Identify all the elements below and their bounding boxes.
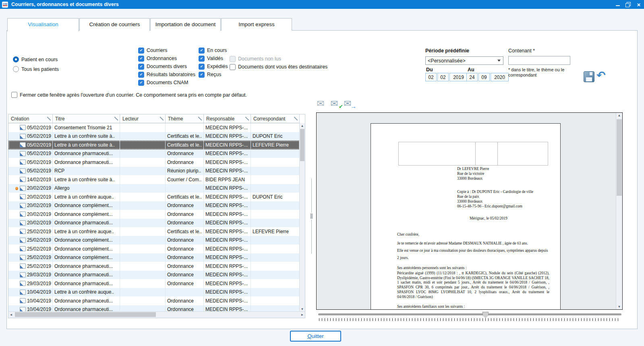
checkbox-courriers[interactable]: ✔Courriers — [138, 48, 195, 53]
table-row[interactable]: 05/02/2019RCPRéunion plurip..MEDECIN RPP… — [8, 167, 300, 176]
restore-button[interactable] — [623, 0, 634, 9]
table-row[interactable]: 05/02/2019Consentement Trisomie 21MEDECI… — [8, 123, 300, 132]
preview-scrollbar-thumb[interactable] — [617, 119, 622, 196]
minimize-button[interactable] — [613, 0, 623, 9]
table-row[interactable]: 05/02/2019Lettre à un confrère suite à..… — [8, 132, 300, 141]
cell-lecteur — [120, 296, 166, 305]
window-controls: × — [613, 0, 644, 9]
creation-date: 14/02/2019 — [27, 177, 51, 182]
creation-date: 05/02/2019 — [27, 125, 51, 131]
table-row[interactable]: 14/02/2019Lettre à un confrère suite à..… — [8, 175, 300, 184]
date-from-year[interactable]: 2019 — [449, 73, 468, 81]
cell-creation: 05/02/2019 — [8, 149, 53, 158]
scroll-left-icon[interactable]: ◄ — [8, 312, 14, 318]
table-row[interactable]: 25/02/2019Ordonnance complément...Ordonn… — [8, 253, 300, 262]
table-row[interactable]: 20/02/2019Ordonnance complément...Ordonn… — [8, 201, 300, 210]
table-row[interactable]: 25/02/2019Ordonnance pharmaceuti...Ordon… — [8, 262, 300, 271]
column-header-responsable[interactable]: Responsable — [204, 114, 251, 123]
date-from-day[interactable]: 02 — [425, 73, 437, 81]
date-to-year[interactable]: 2020 — [491, 73, 509, 81]
checkbox-label: Documents dont vous êtes destinataires — [238, 64, 327, 70]
checkbox-icon: ✔ — [138, 72, 144, 78]
table-row[interactable]: 05/02/2019Ordonnance pharmaceuti...Ordon… — [8, 158, 300, 167]
radio-patient-en-cours[interactable]: Patient en cours — [13, 56, 59, 62]
table-row[interactable]: 10/04/2019Ordonnance pharmaceuti...Ordon… — [8, 296, 300, 305]
document-icon — [20, 220, 26, 226]
table-row[interactable]: 29/03/2019Ordonnance pharmaceuti...Ordon… — [8, 271, 300, 280]
table-row[interactable]: 20/02/2019Lettre à un confrère auque..Ce… — [8, 193, 300, 201]
cell-lecteur — [120, 193, 166, 201]
cell-correspondant: LEFEVRE Pierre — [251, 141, 300, 149]
preview-vertical-scrollbar[interactable]: ▲ ▼ — [616, 113, 622, 309]
table-horizontal-scrollbar[interactable]: ◄ ► — [8, 311, 305, 318]
undo-icon[interactable]: ↶ — [596, 70, 606, 81]
checkbox-valid-s[interactable]: ✔Validés — [199, 56, 228, 61]
cell-responsable: MEDECIN RPPS-... — [204, 141, 251, 149]
tab-cr-ation-de-courriers[interactable]: Création de courriers — [79, 18, 150, 31]
period-dropdown[interactable]: <Personnalisée> — [425, 56, 503, 65]
table-row[interactable]: 10/04/2019Ordonnance pharmaceuti...Ordon… — [8, 305, 300, 312]
radio-button-icon — [13, 56, 19, 62]
checkbox-en-cours[interactable]: ✔En cours — [199, 48, 228, 53]
column-header-cr-ation[interactable]: Création — [8, 114, 53, 123]
creation-date: 05/02/2019 — [27, 160, 51, 165]
tab-visualisation[interactable]: Visualisation — [7, 18, 79, 31]
scroll-right-icon[interactable]: ► — [300, 312, 305, 318]
sort-icon — [114, 117, 118, 120]
horizontal-scrollbar-thumb[interactable] — [15, 312, 156, 317]
creation-date: 05/02/2019 — [27, 151, 51, 156]
table-row[interactable]: 05/02/2019Ordonnance pharmaceuti...Ordon… — [8, 149, 300, 158]
save-icon[interactable] — [584, 71, 594, 82]
close-button[interactable]: × — [634, 0, 644, 9]
send-mail-button[interactable]: ✉ → — [344, 98, 356, 110]
cell-title: Allergo — [53, 184, 120, 193]
checkbox-documents-cnam[interactable]: ✔Documents CNAM — [138, 80, 195, 85]
quit-button[interactable]: Quitter — [290, 331, 341, 342]
checkbox-documents-divers[interactable]: ✔Documents divers — [138, 64, 195, 69]
column-header-correspondant[interactable]: Correspondant — [251, 114, 300, 123]
zoom-slider-track[interactable] — [318, 313, 621, 315]
radio-tous-les-patients[interactable]: Tous les patients — [13, 66, 59, 72]
checkbox-exp-di-s[interactable]: ✔Expédiés — [199, 64, 228, 69]
cell-theme: Ordonnance — [166, 201, 204, 210]
checkbox-close-after-open[interactable]: Fermer cette fenêtre après l'ouverture d… — [11, 92, 247, 98]
table-row[interactable]: 20/02/2019AllergoMEDECIN RPPS-... — [8, 184, 300, 193]
cell-theme: Certificats et le.. — [166, 132, 204, 141]
checkbox-re-us[interactable]: ✔Reçus — [199, 72, 228, 77]
date-from-month[interactable]: 02 — [437, 73, 449, 81]
date-to-month[interactable]: 09 — [478, 73, 490, 81]
column-header-lecteur[interactable]: Lecteur — [120, 114, 166, 123]
cell-theme: Ordonnance — [166, 236, 204, 245]
cell-creation: 05/02/2019 — [8, 167, 53, 176]
checkbox-r-sultats-laboratoires[interactable]: ✔Résultats laboratoires — [138, 72, 195, 77]
cell-lecteur — [120, 219, 166, 228]
column-header-titre[interactable]: Titre — [53, 114, 120, 123]
table-vertical-scrollbar[interactable]: ▲ ▼ — [299, 123, 305, 312]
date-to-day[interactable]: 24 — [466, 73, 478, 81]
table-row[interactable]: 25/02/2019Ordonnance complément...Ordonn… — [8, 236, 300, 245]
tab-importation-de-document[interactable]: Importation de document — [150, 18, 221, 31]
contenant-input[interactable] — [508, 56, 570, 65]
table-row[interactable]: 29/03/2019Ordonnance pharmaceuti...Ordon… — [8, 279, 300, 288]
mail-button[interactable]: ✉ — [317, 98, 329, 110]
cell-lecteur — [120, 158, 166, 167]
tab-import-express[interactable]: Import express — [221, 18, 292, 31]
checkbox-icon: ✔ — [199, 48, 205, 54]
table-row[interactable]: 20/02/2019Ordonnance pharmaceuti...Ordon… — [8, 219, 300, 228]
scroll-up-icon[interactable]: ▲ — [616, 113, 622, 118]
table-row[interactable]: 20/02/2019Ordonnance complément...Ordonn… — [8, 210, 300, 219]
column-header-th-me[interactable]: Thème — [166, 114, 204, 123]
scroll-up-icon[interactable]: ▲ — [300, 123, 305, 128]
table-row[interactable]: 25/02/2019Ordonnance complément...Ordonn… — [8, 244, 300, 253]
checkbox-ordonnances[interactable]: ✔Ordonnances — [138, 56, 195, 61]
table-row[interactable]: 25/02/2019Lettre à un confrère auque..Ce… — [8, 227, 300, 236]
scroll-down-icon[interactable]: ▼ — [616, 304, 622, 309]
table-row[interactable]: 05/02/2019Lettre à un confrère suite à..… — [8, 141, 300, 149]
table-row[interactable]: 10/04/2019Lettre à un confrère auque..ME… — [8, 288, 300, 297]
vertical-scrollbar-thumb[interactable] — [300, 129, 304, 161]
checkbox-documents-dont-vous-tes-destinataires[interactable]: Documents dont vous êtes destinataires — [230, 64, 327, 70]
pane-splitter[interactable] — [309, 114, 313, 317]
creation-date: 25/02/2019 — [27, 237, 51, 243]
validate-mail-button[interactable]: ✉ ✔ — [330, 98, 342, 110]
document-icon — [20, 186, 26, 191]
